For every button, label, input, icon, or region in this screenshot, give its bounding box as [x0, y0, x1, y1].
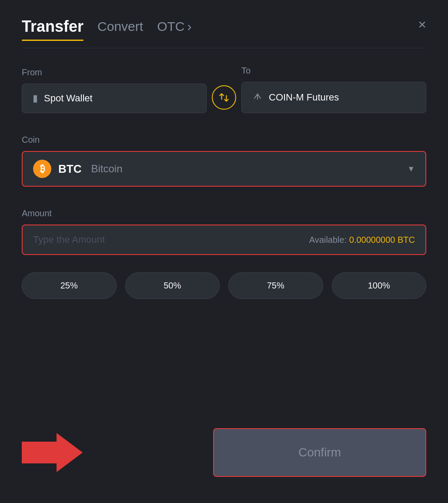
available-value: 0.00000000 BTC	[349, 235, 415, 245]
btc-icon: ₿	[33, 160, 51, 178]
tab-convert[interactable]: Convert	[97, 19, 143, 39]
amount-placeholder: Type the Amount	[33, 234, 105, 245]
percent-50-button[interactable]: 50%	[125, 272, 220, 299]
header-divider	[22, 48, 426, 48]
from-label: From	[22, 67, 207, 77]
modal-header: Transfer Convert OTC › ×	[22, 17, 426, 41]
confirm-button[interactable]: Confirm	[213, 428, 426, 477]
to-block: To COIN-M Futures	[241, 66, 426, 113]
available-text: Available: 0.00000000 BTC	[309, 235, 415, 245]
percent-75-button[interactable]: 75%	[228, 272, 323, 299]
amount-label: Amount	[22, 208, 426, 218]
to-label: To	[241, 66, 426, 76]
to-wallet-select[interactable]: COIN-M Futures	[241, 82, 426, 113]
otc-chevron: ›	[187, 19, 191, 34]
coin-symbol: BTC	[58, 162, 81, 176]
amount-input-box[interactable]: Type the Amount Available: 0.00000000 BT…	[22, 225, 426, 255]
futures-icon	[252, 91, 263, 104]
coin-dropdown-chevron: ▼	[407, 164, 415, 174]
coin-full-name: Bitcoin	[91, 163, 122, 175]
swap-icon	[218, 92, 230, 103]
amount-section: Amount Type the Amount Available: 0.0000…	[22, 208, 426, 255]
wallet-card-icon: ▮	[33, 93, 38, 104]
to-wallet-name: COIN-M Futures	[269, 92, 339, 103]
close-button[interactable]: ×	[418, 17, 426, 31]
svg-marker-0	[22, 433, 83, 472]
from-wallet-name: Spot Wallet	[44, 93, 93, 104]
transfer-modal: Transfer Convert OTC › × From ▮ Spot Wal…	[0, 0, 448, 503]
tab-transfer[interactable]: Transfer	[22, 17, 84, 41]
red-arrow-icon	[22, 429, 83, 476]
swap-btn-container	[207, 85, 241, 113]
coin-select-dropdown[interactable]: ₿ BTC Bitcoin ▼	[22, 151, 426, 187]
tab-otc[interactable]: OTC ›	[157, 19, 191, 39]
otc-label: OTC	[157, 19, 184, 34]
from-wallet-select[interactable]: ▮ Spot Wallet	[22, 84, 207, 113]
available-label: Available:	[309, 235, 347, 245]
percent-buttons: 25% 50% 75% 100%	[22, 272, 426, 299]
percent-25-button[interactable]: 25%	[22, 272, 117, 299]
arrow-container	[22, 429, 83, 476]
swap-button[interactable]	[212, 85, 236, 110]
from-to-section: From ▮ Spot Wallet To	[22, 66, 426, 113]
bottom-section: Confirm	[22, 411, 426, 477]
btc-letter: ₿	[40, 163, 45, 174]
from-block: From ▮ Spot Wallet	[22, 67, 207, 113]
coin-section: Coin ₿ BTC Bitcoin ▼	[22, 135, 426, 187]
percent-100-button[interactable]: 100%	[332, 272, 427, 299]
coin-label: Coin	[22, 135, 426, 145]
